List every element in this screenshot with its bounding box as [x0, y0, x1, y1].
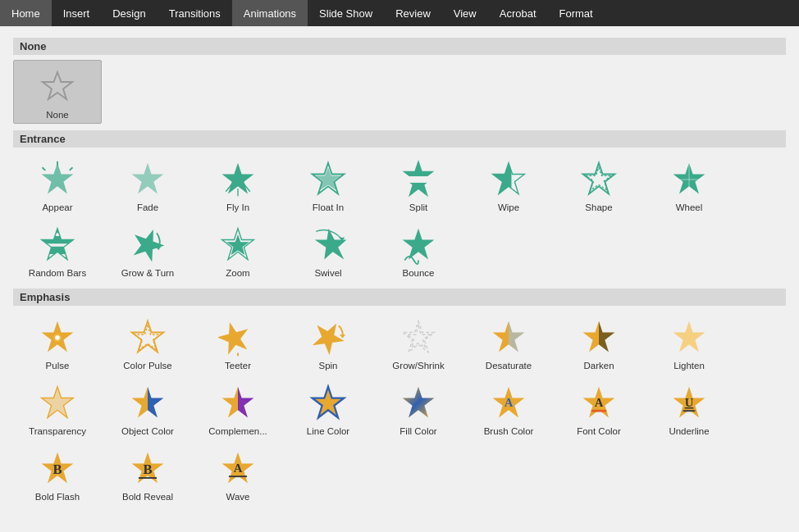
anim-growturn[interactable]: Grow & Turn [103, 218, 192, 282]
anim-teeter[interactable]: Teeter [194, 311, 282, 375]
anim-darken[interactable]: Darken [555, 311, 643, 375]
wave-label: Wave [226, 492, 250, 502]
fontcolor-label: Font Color [577, 426, 621, 436]
wave-icon: A [217, 448, 259, 490]
anim-fontcolor[interactable]: A Font Color [555, 376, 643, 440]
anim-randombars[interactable]: Random Bars [13, 218, 102, 282]
appear-icon [36, 158, 79, 201]
linecolor-icon [307, 382, 349, 425]
spin-label: Spin [318, 361, 337, 371]
appear-label: Appear [42, 202, 72, 212]
svg-marker-49 [583, 321, 615, 352]
anim-wipe[interactable]: Wipe [464, 152, 553, 216]
swivel-label: Swivel [314, 268, 341, 278]
anim-none[interactable]: None [13, 60, 102, 124]
anim-pulse[interactable]: Pulse [13, 311, 102, 375]
darken-icon [578, 316, 620, 359]
randombars-icon [36, 224, 79, 266]
svg-marker-29 [42, 229, 74, 260]
tab-home[interactable]: Home [0, 0, 52, 26]
svg-marker-54 [222, 387, 254, 418]
anim-wheel[interactable]: Wheel [645, 152, 733, 216]
tab-acrobat[interactable]: Acrobat [488, 0, 548, 26]
underline-label: Underline [669, 426, 709, 436]
anim-floatin[interactable]: Float In [284, 152, 372, 216]
section-entrance-header: Entrance [13, 130, 786, 148]
anim-complementary[interactable]: Complemen... [194, 376, 282, 440]
swivel-icon [307, 224, 349, 266]
animations-panel: None None Entrance Appear [0, 26, 799, 521]
colorpulse-label: Color Pulse [123, 361, 171, 371]
svg-line-4 [43, 167, 46, 171]
anim-wave[interactable]: A Wave [194, 442, 282, 506]
svg-marker-1 [42, 163, 74, 194]
fillcolor-label: Fill Color [400, 426, 436, 436]
boldreveal-label: Bold Reveal [122, 492, 173, 502]
anim-desaturate[interactable]: Desaturate [464, 311, 553, 375]
growturn-label: Grow & Turn [121, 268, 175, 278]
zoom-icon [217, 224, 259, 266]
anim-objectcolor[interactable]: Object Color [103, 376, 192, 440]
tab-review[interactable]: Review [384, 0, 442, 26]
anim-shape[interactable]: Shape [555, 152, 643, 216]
tab-view[interactable]: View [442, 0, 488, 26]
lighten-icon [668, 316, 710, 359]
tab-design[interactable]: Design [101, 0, 157, 26]
boldflash-icon: B [36, 448, 79, 490]
anim-spin[interactable]: Spin [284, 311, 372, 375]
brushcolor-icon: A [487, 382, 530, 425]
objectcolor-label: Object Color [121, 426, 174, 436]
anim-bounce[interactable]: Bounce [374, 218, 463, 282]
anim-flyin[interactable]: Fly In [194, 152, 282, 216]
anim-split[interactable]: Split [374, 152, 463, 216]
anim-zoom[interactable]: Zoom [194, 218, 282, 282]
anim-swivel[interactable]: Swivel [284, 218, 372, 282]
anim-appear[interactable]: Appear [13, 152, 102, 216]
svg-marker-57 [403, 387, 435, 418]
tab-format[interactable]: Format [548, 0, 605, 26]
anim-brushcolor[interactable]: A Brush Color [464, 376, 553, 440]
randombars-label: Random Bars [29, 268, 86, 278]
lighten-label: Lighten [673, 361, 705, 371]
shape-icon [578, 158, 620, 201]
tab-animations[interactable]: Animations [232, 0, 308, 26]
bounce-icon [397, 224, 440, 266]
anim-fillcolor[interactable]: Fill Color [374, 376, 463, 440]
svg-text:B: B [143, 462, 152, 477]
anim-colorpulse[interactable]: Color Pulse [103, 311, 192, 375]
darken-label: Darken [583, 361, 614, 371]
entrance-grid: Appear Fade Fly In [13, 152, 786, 282]
anim-transparency[interactable]: Transparency [13, 376, 102, 440]
transparency-label: Transparency [29, 426, 86, 436]
tab-slideshow[interactable]: Slide Show [308, 0, 384, 26]
svg-marker-48 [493, 321, 525, 352]
svg-text:U: U [685, 396, 694, 409]
svg-point-39 [55, 335, 60, 340]
section-emphasis-header: Emphasis [13, 289, 786, 306]
svg-text:A: A [234, 462, 243, 475]
anim-boldreveal[interactable]: B Bold Reveal [103, 442, 192, 506]
anim-lighten[interactable]: Lighten [645, 311, 733, 375]
tab-transitions[interactable]: Transitions [158, 0, 232, 26]
svg-marker-45 [340, 334, 345, 338]
shape-label: Shape [585, 202, 612, 212]
svg-marker-50 [673, 321, 705, 352]
anim-growshrink[interactable]: Grow/Shrink [374, 311, 463, 375]
anim-linecolor[interactable]: Line Color [284, 376, 372, 440]
svg-marker-34 [313, 229, 348, 260]
anim-underline[interactable]: U Underline [645, 376, 733, 440]
bounce-label: Bounce [402, 268, 434, 278]
anim-boldflash[interactable]: B Bold Flash [13, 442, 102, 506]
split-label: Split [409, 202, 427, 212]
svg-text:A: A [505, 396, 514, 409]
anim-fade[interactable]: Fade [103, 152, 192, 216]
teeter-icon [217, 316, 259, 359]
none-icon [36, 66, 79, 108]
underline-icon: U [668, 382, 710, 425]
floatin-icon [307, 158, 349, 201]
section-none-header: None [13, 38, 786, 55]
spin-icon [307, 316, 349, 359]
anim-none-label: None [46, 110, 69, 120]
svg-marker-42 [218, 318, 253, 357]
tab-insert[interactable]: Insert [52, 0, 102, 26]
